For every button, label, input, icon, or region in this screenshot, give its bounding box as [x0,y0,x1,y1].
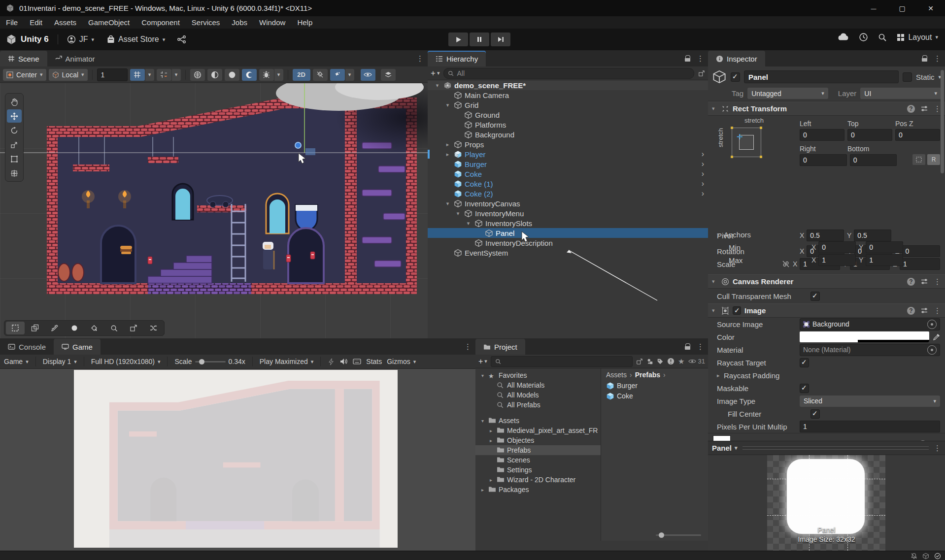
debug-dropdown[interactable]: ▾ [274,69,283,81]
display-dropdown[interactable]: Display 1▾ [43,358,77,365]
hierarchy-row-main-camera[interactable]: Main Camera [428,90,708,100]
asset-zoom-slider[interactable] [656,534,701,536]
scene-picker-icon[interactable] [698,70,705,77]
eyedropper-icon[interactable] [933,333,940,341]
effects-toggle-dropdown[interactable]: ▾ [345,69,354,81]
color-swatch[interactable] [800,331,929,342]
hierarchy-row-coke[interactable]: Coke› [428,169,708,179]
keyboard-icon[interactable] [353,359,361,364]
breadcrumb-assets[interactable]: Assets [606,371,627,379]
hierarchy-row-burger[interactable]: Burger› [428,159,708,169]
object-picker-icon[interactable] [927,320,937,329]
project-tree-row-favorites[interactable]: ▾★Favorites [475,370,601,380]
search-tool-icon[interactable] [104,322,123,334]
prefab-open-chevron[interactable]: › [702,150,704,159]
image-header[interactable]: ▾ Image ? ⋮ [708,303,945,318]
grid-visibility-button[interactable] [130,69,145,81]
hierarchy-row-props[interactable]: ▸Props [428,139,708,149]
foldout-icon[interactable]: ▸ [479,487,486,493]
canvas-renderer-header[interactable]: ▾ Canvas Renderer ? ⋮ [708,274,945,289]
raw-edit-button[interactable]: R [927,154,940,165]
hierarchy-row-grid[interactable]: ▾Grid [428,100,708,110]
project-tree-row-all-prefabs[interactable]: All Prefabs [475,400,601,410]
rotate-tool[interactable] [7,124,22,137]
preview-menu-icon[interactable]: ⋮ [934,444,941,453]
foldout-icon[interactable]: ▸ [488,477,494,483]
raycast-target-checkbox[interactable] [800,358,809,367]
inspector-scrollbar[interactable] [941,70,944,173]
fill-bucket-icon[interactable] [85,322,103,334]
hierarchy-row-ground[interactable]: Ground [428,110,708,120]
raycast-padding-foldout-icon[interactable]: ▸ [717,372,724,379]
snap-dropdown[interactable]: ▾ [172,69,181,81]
hierarchy-row-inventoryslots[interactable]: ▾InventorySlots [428,218,708,228]
snap-button[interactable] [157,69,171,81]
scene-lighting-toggle[interactable] [313,69,328,81]
preview-mode-dropdown[interactable]: Panel▾ [712,444,738,452]
lock-icon[interactable] [685,343,691,350]
menu-window[interactable]: Window [253,18,291,27]
lighting-sphere-icon[interactable] [207,69,222,81]
image-type-dropdown[interactable]: Sliced▾ [800,395,940,407]
camera-overlay-icon[interactable] [381,69,396,81]
menu-assets[interactable]: Assets [48,18,82,27]
scale-slider-thumb[interactable] [199,359,204,364]
hierarchy-row-eventsystem[interactable]: EventSystem [428,248,708,258]
foldout-icon[interactable]: ▾ [465,220,472,227]
audio-sphere-icon[interactable] [225,69,239,81]
top-field[interactable]: 0 [847,129,892,141]
foldout-icon[interactable]: ▸ [444,141,451,148]
tool-handle-dropdown[interactable]: Center ▾ [3,69,46,81]
menu-gameobject[interactable]: GameObject [82,18,135,27]
anchor-min-y-field[interactable]: 0 [866,241,903,253]
scene-visibility-toggle[interactable] [361,69,375,81]
hierarchy-row-panel[interactable]: Panel [428,228,708,238]
project-tree-row-objectes[interactable]: ▸Objectes [475,435,601,445]
hierarchy-row-inventorydescription[interactable]: InventoryDescription [428,238,708,248]
stats-button[interactable]: Stats [366,358,382,365]
asset-item-burger[interactable]: Burger [601,380,708,391]
static-checkbox[interactable] [903,72,912,82]
foldout-icon[interactable]: ▸ [488,438,494,443]
hierarchy-row-inventorycanvas[interactable]: ▾InventoryCanvas [428,198,708,208]
maskable-checkbox[interactable] [800,384,809,393]
play-button[interactable] [448,33,468,46]
asset-item-coke[interactable]: Coke [601,391,708,401]
scale-slider[interactable]: Scale 0.34x [174,358,245,365]
game-viewport[interactable] [0,369,475,551]
presets-icon[interactable] [921,278,928,285]
layout-dropdown[interactable]: Layout ▾ [897,33,938,42]
lock-icon[interactable] [922,55,928,62]
anchors-foldout-icon[interactable]: ▾ [717,231,724,238]
tab-game[interactable]: Game [54,339,101,355]
right-field[interactable]: 0 [800,154,847,166]
prefab-open-chevron[interactable]: › [702,160,704,168]
asset-store-dropdown[interactable]: Asset Store ▾ [107,35,165,44]
project-tree-row-all-materials[interactable]: All Materials [475,380,601,390]
presets-icon[interactable] [921,105,928,112]
blueprint-mode-button[interactable] [912,154,925,165]
foldout-icon[interactable]: ▾ [444,102,451,108]
menu-services[interactable]: Services [186,18,226,27]
foldout-icon[interactable]: ▾ [712,105,718,112]
open-in-search-icon[interactable] [636,358,643,365]
active-checkbox[interactable] [731,72,740,82]
game-target-dropdown[interactable]: Game▾ [4,358,29,365]
gizmos-dropdown[interactable]: Gizmos▾ [387,358,416,365]
scale-slider-track[interactable] [195,361,226,362]
hierarchy-row-inventorymenu[interactable]: ▾InventoryMenu [428,208,708,218]
foldout-icon[interactable]: ▾ [434,82,441,89]
add-asset-button[interactable]: +▾ [478,357,487,366]
picker-tool-icon[interactable] [124,322,143,334]
foldout-icon[interactable]: ▾ [479,373,486,378]
project-tree-row-assets[interactable]: ▾Assets [475,416,601,426]
image-enabled-checkbox[interactable] [733,306,741,315]
project-search-input[interactable] [491,356,633,367]
tag-dropdown[interactable]: Untagged▾ [747,88,828,99]
cache-status-icon[interactable] [934,553,941,560]
component-menu-icon[interactable]: ⋮ [934,277,941,286]
menu-component[interactable]: Component [135,18,186,27]
resolution-dropdown[interactable]: Full HD (1920x1080)▾ [91,358,161,365]
source-image-field[interactable]: Background [800,318,940,330]
tab-scene[interactable]: Scene [0,51,47,66]
